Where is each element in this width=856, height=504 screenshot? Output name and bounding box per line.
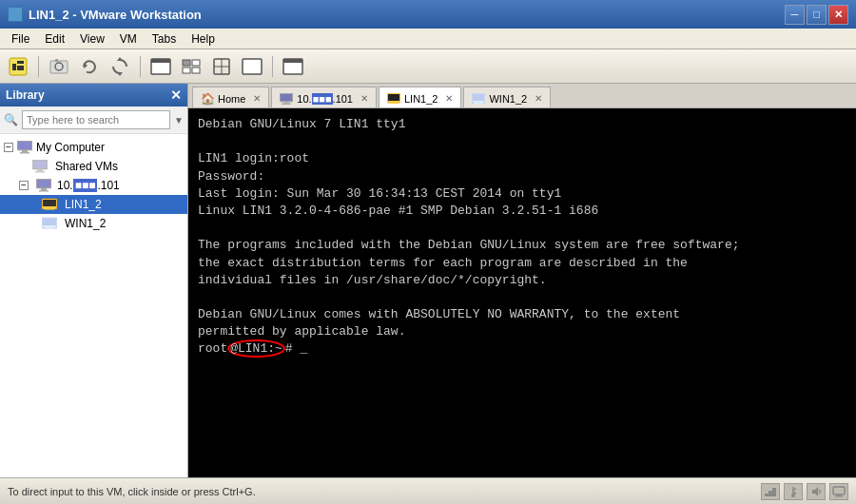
menu-file[interactable]: File — [4, 30, 37, 48]
display-status-icon[interactable] — [829, 483, 848, 500]
sidebar-close-button[interactable]: ✕ — [170, 88, 182, 102]
shared-vms-icon — [32, 159, 48, 174]
svg-rect-12 — [183, 60, 190, 66]
computer-icon — [17, 140, 32, 155]
svg-rect-28 — [37, 169, 43, 171]
title-bar: LIN1_2 - VMware Workstation ─ □ ✕ — [0, 0, 856, 29]
tab-host-close[interactable]: ✕ — [360, 93, 368, 104]
svg-rect-44 — [283, 102, 289, 104]
svg-rect-11 — [151, 59, 170, 63]
library-tree: − My Computer — [0, 134, 187, 477]
menu-view[interactable]: View — [72, 30, 112, 48]
refresh-button[interactable] — [106, 53, 134, 80]
svg-rect-47 — [388, 94, 399, 101]
right-panel: 🏠 Home ✕ 10.■■■.101 ✕ — [188, 84, 856, 477]
svg-rect-3 — [17, 66, 24, 70]
svg-rect-15 — [192, 68, 200, 73]
expand-my-computer[interactable]: − — [4, 143, 13, 152]
svg-rect-37 — [45, 208, 54, 210]
menu-tabs[interactable]: Tabs — [145, 30, 184, 48]
tab-lin1-2[interactable]: LIN1_2 ✕ — [379, 87, 461, 107]
lin1-tab-icon — [387, 92, 400, 106]
tree-item-my-computer[interactable]: − My Computer — [0, 138, 187, 157]
svg-rect-40 — [47, 225, 49, 227]
maximize-button[interactable]: □ — [807, 5, 827, 25]
tab-host-label: 10.■■■.101 — [297, 93, 353, 105]
tree-item-win1-2[interactable]: WIN1_2 — [0, 214, 187, 233]
svg-rect-13 — [192, 60, 200, 66]
svg-rect-43 — [281, 94, 292, 101]
title-bar-left: LIN1_2 - VMware Workstation — [8, 7, 202, 22]
revert-button[interactable] — [75, 53, 104, 80]
svg-marker-61 — [812, 487, 818, 496]
svg-rect-64 — [835, 495, 843, 496]
status-bar: To direct input to this VM, click inside… — [0, 477, 856, 504]
tab-lin1-2-close[interactable]: ✕ — [445, 93, 453, 104]
tab-win1-2[interactable]: WIN1_2 ✕ — [463, 87, 551, 107]
tab-home-close[interactable]: ✕ — [253, 93, 261, 104]
close-button[interactable]: ✕ — [828, 5, 848, 25]
tree-item-shared-vms[interactable]: Shared VMs — [0, 157, 187, 176]
search-dropdown-arrow[interactable]: ▼ — [174, 115, 184, 126]
status-icons — [761, 483, 848, 500]
svg-point-60 — [791, 494, 795, 497]
svg-rect-52 — [476, 101, 477, 103]
network-status-icon[interactable] — [761, 483, 780, 500]
win1-tab-icon — [472, 92, 485, 106]
tab-win1-2-label: WIN1_2 — [489, 93, 527, 105]
main-content: Library ✕ 🔍 ▼ − My Computer — [0, 84, 856, 477]
lin1-vm-icon — [42, 197, 57, 212]
svg-rect-39 — [43, 219, 56, 225]
svg-rect-27 — [33, 161, 47, 168]
host-computer-icon — [36, 178, 51, 193]
view-btn-1[interactable] — [146, 53, 175, 80]
audio-status-icon[interactable] — [807, 483, 826, 500]
svg-rect-51 — [473, 94, 484, 101]
svg-rect-29 — [35, 171, 45, 173]
menu-vm[interactable]: VM — [112, 30, 145, 48]
tree-item-lin1-2[interactable]: LIN1_2 — [0, 195, 187, 214]
search-input[interactable] — [22, 110, 170, 129]
expand-host[interactable]: − — [19, 181, 29, 190]
shared-vms-label: Shared VMs — [55, 160, 118, 173]
svg-rect-48 — [391, 101, 393, 103]
home-tab-icon: 🏠 — [201, 92, 214, 106]
svg-rect-33 — [39, 190, 49, 192]
svg-rect-14 — [183, 68, 190, 73]
tab-home-label: Home — [218, 93, 245, 105]
svg-rect-6 — [55, 59, 58, 62]
svg-marker-9 — [117, 72, 123, 76]
power-button[interactable] — [4, 53, 32, 80]
usb-status-icon[interactable] — [784, 483, 803, 500]
window-title: LIN1_2 - VMware Workstation — [29, 8, 202, 22]
view-btn-2[interactable] — [177, 53, 205, 80]
minimize-button[interactable]: ─ — [785, 5, 805, 25]
snapshot-button[interactable] — [45, 53, 73, 80]
sidebar: Library ✕ 🔍 ▼ − My Computer — [0, 84, 188, 477]
send-ctrl-alt-del-button[interactable] — [279, 53, 307, 80]
vm-display[interactable]: Debian GNU/Linux 7 LIN1 tty1 LIN1 login:… — [188, 108, 856, 477]
view-btn-4[interactable] — [238, 53, 266, 80]
sep-1 — [38, 56, 39, 77]
svg-rect-45 — [282, 103, 291, 105]
menu-help[interactable]: Help — [184, 30, 223, 48]
my-computer-label: My Computer — [36, 141, 105, 154]
svg-rect-23 — [18, 142, 31, 149]
menu-edit[interactable]: Edit — [37, 30, 72, 48]
svg-rect-62 — [833, 487, 845, 494]
svg-rect-63 — [836, 494, 842, 496]
app-icon — [8, 7, 23, 22]
tree-item-host[interactable]: − 10.■■■.101 — [0, 176, 187, 195]
view-btn-3[interactable] — [207, 53, 236, 80]
tab-win1-2-close[interactable]: ✕ — [535, 93, 542, 104]
svg-rect-49 — [389, 102, 399, 104]
search-icon: 🔍 — [4, 113, 18, 126]
svg-rect-53 — [474, 102, 483, 104]
tab-home[interactable]: 🏠 Home ✕ — [192, 87, 269, 107]
svg-rect-25 — [20, 152, 29, 154]
svg-rect-31 — [37, 180, 50, 187]
tab-remote-host[interactable]: 10.■■■.101 ✕ — [271, 87, 377, 107]
terminal-output[interactable]: Debian GNU/Linux 7 LIN1 tty1 LIN1 login:… — [188, 108, 856, 477]
search-box: 🔍 ▼ — [0, 107, 187, 134]
svg-rect-54 — [765, 494, 768, 496]
